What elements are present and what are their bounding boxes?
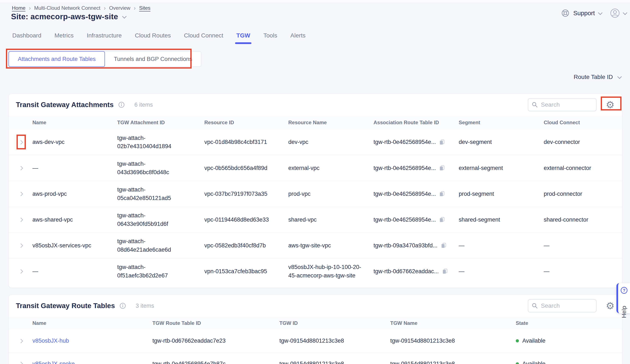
expand-chevron-icon[interactable]: [19, 140, 23, 144]
page-title: Site: acmecorp-aws-tgw-site: [11, 12, 118, 21]
state-available-dot-icon: [516, 362, 519, 364]
expand-chevron-icon[interactable]: [19, 243, 23, 248]
attachments-search-box: [528, 98, 596, 111]
expand-chevron-icon[interactable]: [19, 166, 23, 170]
cell-segment: prod-segment: [459, 190, 544, 198]
cell-segment: —: [459, 267, 544, 276]
cell-association-route-table-id: tgw-rtb-0e462568954e...: [374, 138, 436, 146]
expand-chevron-icon[interactable]: [19, 217, 23, 222]
copy-icon[interactable]: [439, 139, 445, 145]
col-header-tgw-id: TGW ID: [280, 320, 390, 327]
state-available-dot-icon: [516, 339, 519, 343]
cell-attachment-id: tgw-attach-05ca042e850121ad5: [117, 185, 204, 202]
cell-name: aws-prod-vpc: [32, 190, 117, 198]
tab-dashboard[interactable]: Dashboard: [12, 32, 42, 44]
cell-segment: —: [459, 241, 544, 250]
breadcrumb-home-link[interactable]: Home: [12, 5, 26, 11]
expand-chevron-icon[interactable]: [19, 269, 23, 274]
avatar-icon: [610, 8, 620, 18]
tab-alerts[interactable]: Alerts: [290, 32, 306, 44]
cell-name: v85osbJX-services-vpc: [32, 241, 117, 250]
cell-segment: dev-segment: [459, 138, 544, 146]
col-header-tgw-route-table-id: TGW Route Table ID: [152, 320, 280, 327]
info-icon[interactable]: [120, 303, 126, 309]
cell-resource-name: dev-vpc: [288, 138, 374, 146]
route-tables-search-input[interactable]: [541, 302, 590, 309]
cell-resource-id: vpc-037bc79197f073a35: [204, 190, 288, 198]
table-row: v85osbJX-spoke tgw-rtb-0e462568954e7b87c…: [9, 352, 622, 364]
table-row: aws-dev-vpc tgw-attach-02b7e4310404d1894…: [9, 129, 622, 155]
support-menu[interactable]: Support: [561, 9, 602, 17]
help-tab[interactable]: ? Help: [616, 283, 630, 313]
route-table-name-link[interactable]: v85osbJX-spoke: [32, 361, 75, 364]
cell-name: aws-dev-vpc: [32, 138, 117, 146]
lifebuoy-icon: [561, 9, 570, 17]
cell-tgw-route-table-id: tgw-rtb-0d67662eaddac7e23: [152, 337, 280, 345]
svg-text:?: ?: [623, 288, 625, 293]
breadcrumb-item: Multi-Cloud Network Connect: [34, 5, 100, 11]
cell-association-route-table-id: tgw-rtb-0e462568954e...: [374, 164, 436, 172]
tab-tgw[interactable]: TGW: [236, 32, 250, 44]
route-tables-search-box: [528, 299, 596, 312]
col-header-tgw-attachment-id: TGW Attachment ID: [117, 119, 204, 126]
col-header-resource-name: Resource Name: [288, 119, 374, 126]
expand-chevron-icon[interactable]: [19, 362, 23, 364]
breadcrumb-separator-icon: ›: [104, 5, 106, 11]
col-header-name: Name: [32, 320, 152, 327]
tab-metrics[interactable]: Metrics: [54, 32, 74, 44]
subtab-tunnels-bgp-connections[interactable]: Tunnels and BGP Connections: [104, 51, 202, 67]
expand-chevron-icon[interactable]: [19, 339, 23, 343]
col-header-state: State: [516, 320, 622, 327]
cell-association-route-table-id: tgw-rtb-0e462568954e...: [374, 216, 436, 224]
tab-tools[interactable]: Tools: [263, 32, 278, 44]
route-table-id-dropdown[interactable]: Route Table ID: [574, 74, 621, 80]
cell-resource-id: vpn-0153ca7cfeb3bac95: [204, 267, 288, 276]
breadcrumb-separator-icon: ›: [29, 5, 31, 11]
copy-icon[interactable]: [442, 268, 448, 274]
copy-icon[interactable]: [439, 191, 445, 197]
site-switcher-chevron-down-icon[interactable]: [122, 14, 126, 18]
attachments-table-header: Name TGW Attachment ID Resource ID Resou…: [9, 116, 622, 129]
subtab-attachments-route-tables[interactable]: Attachments and Route Tables: [8, 51, 105, 67]
attachments-settings-gear-icon[interactable]: ⚙: [606, 100, 614, 110]
search-icon: [532, 102, 538, 108]
copy-icon[interactable]: [439, 216, 445, 223]
info-icon[interactable]: [118, 102, 125, 108]
tab-infrastructure[interactable]: Infrastructure: [86, 32, 122, 44]
copy-icon[interactable]: [440, 242, 447, 249]
tab-cloud-connect[interactable]: Cloud Connect: [184, 32, 224, 44]
route-table-name-link[interactable]: v85osbJX-hub: [32, 338, 69, 344]
cell-name: —: [32, 164, 117, 172]
cell-cloud-connect: dev-connector: [544, 138, 622, 146]
search-icon: [532, 303, 538, 309]
table-row: v85osbJX-services-vpc tgw-attach-08d64e2…: [9, 233, 622, 258]
account-menu[interactable]: [610, 8, 626, 18]
cell-resource-name: aws-tgw-site-vpc: [288, 241, 374, 250]
cell-state: Available: [522, 337, 546, 345]
cell-resource-name: prod-vpc: [288, 190, 374, 198]
cell-tgw-name: tgw-09154d8801213c3e8: [390, 360, 516, 364]
attachments-search-input[interactable]: [541, 101, 590, 108]
expand-chevron-icon[interactable]: [19, 192, 23, 196]
route-tables-settings-gear-icon[interactable]: ⚙: [606, 301, 614, 311]
route-tables-items-count: 3 items: [136, 303, 154, 309]
cell-resource-id: vpc-01d84b98c4cbf3171: [204, 138, 288, 146]
cell-resource-id: vpc-0b565bdc656a4f89d: [204, 164, 288, 172]
route-tables-card-title: Transit Gateway Route Tables: [16, 302, 115, 310]
cell-cloud-connect: external-connector: [544, 164, 622, 172]
cell-resource-id: vpc-0582edb3f40cf8d7b: [204, 241, 288, 250]
copy-icon[interactable]: [439, 165, 445, 171]
cell-tgw-name: tgw-09154d8801213c3e8: [390, 337, 516, 345]
support-chevron-down-icon: [598, 10, 602, 15]
col-header-association-route-table-id: Association Route Table ID: [374, 119, 459, 126]
col-header-segment: Segment: [459, 119, 544, 126]
breadcrumb-sites-link[interactable]: Sites: [139, 5, 150, 11]
cell-cloud-connect: prod-connector: [544, 190, 622, 198]
cell-cloud-connect: —: [544, 241, 622, 250]
tab-cloud-routes[interactable]: Cloud Routes: [134, 32, 171, 44]
breadcrumb-item: Overview: [109, 5, 130, 11]
main-tabs: Dashboard Metrics Infrastructure Cloud R…: [12, 32, 306, 44]
cell-name: —: [32, 267, 117, 276]
route-table-id-label: Route Table ID: [574, 74, 613, 80]
transit-gateway-route-tables-card: Transit Gateway Route Tables 3 items ⚙ N…: [8, 295, 622, 364]
